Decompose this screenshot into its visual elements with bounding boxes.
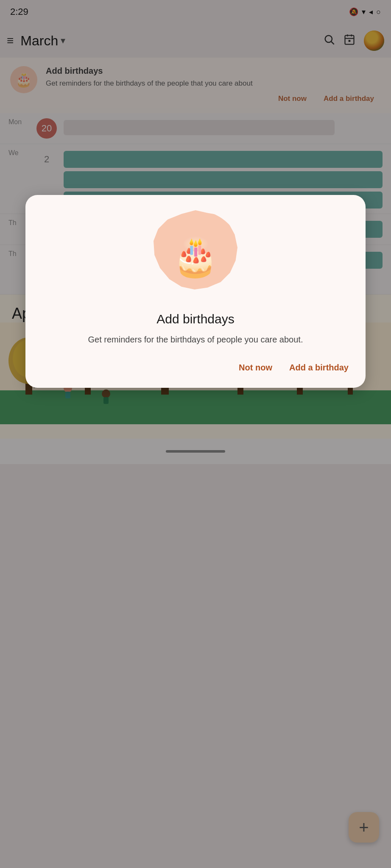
dialog-description: Get reminders for the birthdays of peopl… — [73, 333, 318, 346]
dialog-not-now-button[interactable]: Not now — [237, 359, 274, 376]
dialog-overlay[interactable] — [0, 0, 391, 868]
dialog-actions: Not now Add a birthday — [25, 359, 366, 376]
add-birthdays-dialog: 🎂 Add birthdays Get reminders for the bi… — [25, 195, 366, 388]
dialog-cake-icon: 🎂 — [149, 210, 242, 303]
dialog-title: Add birthdays — [146, 312, 244, 326]
dialog-add-birthday-button[interactable]: Add a birthday — [288, 359, 350, 376]
